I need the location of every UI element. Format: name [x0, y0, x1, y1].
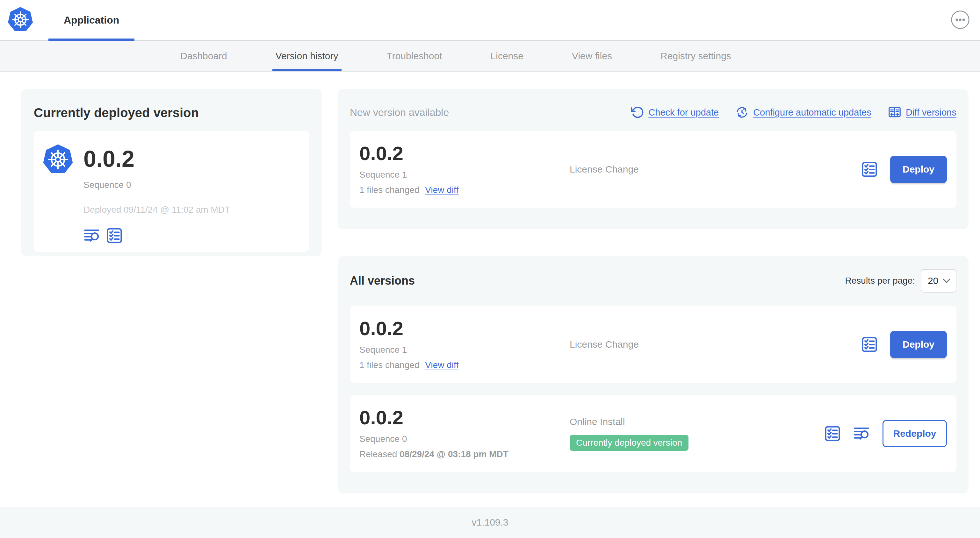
all-versions-title: All versions [350, 274, 415, 287]
tab-label: Dashboard [180, 51, 227, 62]
results-per-page-value: 20 [928, 275, 938, 286]
version-source-label: License Change [570, 164, 639, 175]
sequence-label: Sequence 1 [360, 345, 570, 355]
current-deployed-timestamp: Deployed 09/11/24 @ 11:02 am MDT [83, 205, 230, 215]
check-for-update-label: Check for update [648, 107, 719, 118]
app-header: Application [0, 0, 980, 41]
diff-versions-link[interactable]: Diff versions [888, 106, 956, 119]
tab-version-history[interactable]: Version history [275, 41, 338, 71]
sequence-label: Sequence 1 [360, 170, 570, 180]
app-nav-tab[interactable]: Application [48, 0, 134, 40]
results-per-page-select[interactable]: 20 [921, 269, 956, 292]
currently-deployed-card: Currently deployed version 0.0.2 Sequenc… [21, 89, 322, 256]
configure-automatic-updates-link[interactable]: Configure automatic updates [735, 106, 871, 119]
released-prefix: Released [360, 449, 397, 459]
tab-dashboard[interactable]: Dashboard [180, 41, 227, 71]
tab-label: Registry settings [660, 51, 731, 62]
released-date: 08/29/24 @ 03:18 pm MDT [399, 449, 509, 459]
app-footer: v1.109.3 [0, 507, 980, 538]
chevron-down-icon [942, 278, 951, 284]
version-source-label: License Change [570, 339, 639, 350]
version-row: 0.0.2 Sequence 1 1 files changed View di… [350, 306, 956, 382]
deploy-button[interactable]: Deploy [890, 331, 947, 358]
current-sequence-label: Sequence 0 [83, 180, 230, 190]
tab-label: Version history [275, 51, 338, 62]
refresh-icon [630, 106, 644, 119]
new-version-row: 0.0.2 Sequence 1 1 files changed View di… [350, 131, 956, 208]
release-notes-checklist-button[interactable] [861, 161, 878, 178]
version-number: 0.0.2 [360, 319, 570, 338]
check-for-update-link[interactable]: Check for update [630, 106, 719, 119]
version-number: 0.0.2 [360, 408, 570, 427]
version-row: 0.0.2 Sequence 0 Released 08/29/24 @ 03:… [350, 395, 956, 472]
released-timestamp: Released 08/29/24 @ 03:18 pm MDT [360, 449, 570, 459]
version-source-label: Online Install [570, 416, 625, 427]
currently-deployed-badge: Currently deployed version [570, 435, 689, 451]
active-app-underline [48, 38, 134, 41]
tab-troubleshoot[interactable]: Troubleshoot [387, 41, 442, 71]
files-changed-label: 1 files changed [360, 360, 419, 370]
current-version-number: 0.0.2 [83, 148, 230, 170]
redeploy-button[interactable]: Redeploy [883, 420, 947, 447]
configure-automatic-updates-label: Configure automatic updates [753, 107, 871, 118]
logs-icon [853, 425, 870, 442]
auto-update-clock-icon [735, 106, 749, 119]
currently-deployed-title: Currently deployed version [34, 106, 309, 120]
tab-label: License [491, 51, 523, 62]
kubernetes-logo-icon [7, 6, 34, 33]
all-versions-section: All versions Results per page: 20 0.0.2 … [338, 256, 969, 494]
files-changed-label: 1 files changed [360, 185, 419, 195]
results-per-page-label: Results per page: [845, 276, 915, 286]
ellipsis-icon [951, 10, 970, 29]
new-version-title: New version available [350, 106, 449, 118]
checklist-icon [861, 161, 878, 178]
overflow-menu-button[interactable] [951, 10, 970, 29]
checklist-icon [824, 425, 841, 442]
diff-icon [888, 106, 901, 119]
subnav-tabs: Dashboard Version history Troubleshoot L… [0, 41, 980, 72]
app-kubernetes-icon [42, 144, 74, 175]
release-notes-checklist-button[interactable] [861, 336, 878, 353]
tab-label: Troubleshoot [387, 51, 442, 62]
view-diff-link[interactable]: View diff [425, 185, 458, 195]
diff-versions-label: Diff versions [906, 107, 956, 118]
tab-label: View files [572, 51, 612, 62]
release-notes-checklist-button[interactable] [824, 425, 841, 442]
app-tab-label: Application [64, 14, 119, 26]
view-logs-button[interactable] [853, 425, 870, 442]
console-version-label: v1.109.3 [471, 517, 508, 528]
logs-icon [83, 227, 101, 244]
main-content: Currently deployed version 0.0.2 Sequenc… [0, 72, 980, 494]
deploy-button[interactable]: Deploy [890, 156, 947, 183]
view-diff-link[interactable]: View diff [425, 360, 458, 370]
tab-view-files[interactable]: View files [572, 41, 612, 71]
preflight-checks-button[interactable] [106, 227, 123, 244]
tab-registry-settings[interactable]: Registry settings [660, 41, 731, 71]
version-number: 0.0.2 [360, 144, 570, 163]
checklist-icon [106, 227, 123, 244]
currently-deployed-version-card: 0.0.2 Sequence 0 Deployed 09/11/24 @ 11:… [34, 131, 309, 252]
checklist-icon [861, 336, 878, 353]
tab-license[interactable]: License [491, 41, 523, 71]
view-logs-button[interactable] [83, 227, 101, 244]
sequence-label: Sequence 0 [360, 434, 570, 444]
new-version-section: New version available Check for update C… [338, 89, 969, 229]
